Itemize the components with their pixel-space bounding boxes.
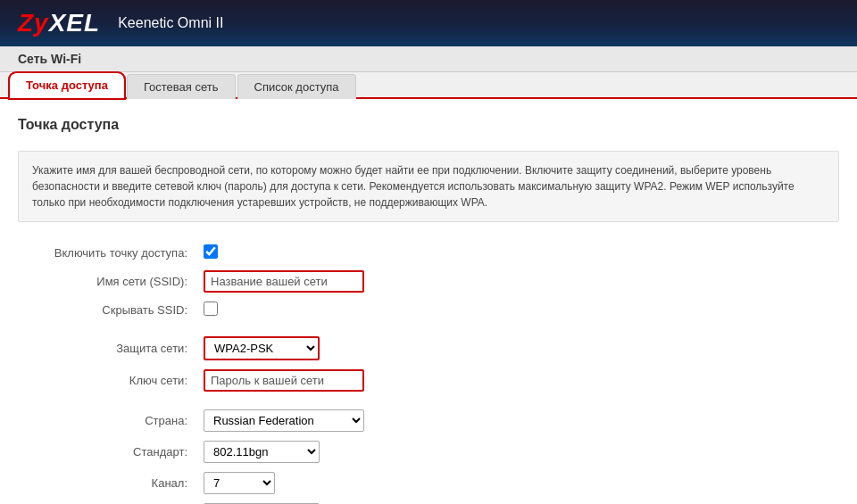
standard-label: Стандарт: <box>18 436 196 467</box>
standard-select[interactable]: 802.11bgn 802.11b 802.11g 802.11n <box>204 441 320 463</box>
tab-guest-network[interactable]: Гостевая сеть <box>127 74 236 99</box>
enable-checkbox[interactable] <box>204 244 218 259</box>
country-row: Страна: Russian Federation United States… <box>18 405 839 436</box>
header: ZyXEL Keenetic Omni II <box>0 0 857 46</box>
ssid-input[interactable] <box>204 270 364 293</box>
key-cell <box>196 365 839 396</box>
country-label: Страна: <box>18 405 196 436</box>
ssid-cell <box>196 266 839 297</box>
key-input[interactable] <box>204 369 364 392</box>
bandwidth-label: Ширина канала: <box>18 499 196 504</box>
hide-ssid-row: Скрывать SSID: <box>18 297 839 323</box>
tab-bar: Точка доступа Гостевая сеть Список досту… <box>0 72 857 99</box>
logo: ZyXEL <box>18 9 100 37</box>
info-text: Укажите имя для вашей беспроводной сети,… <box>32 164 795 209</box>
enable-cell <box>196 240 839 266</box>
channel-row: Канал: 12345 6789 10111213Auto <box>18 467 839 499</box>
security-select[interactable]: WPA2-PSK WPA-PSK WEP Нет <box>204 336 320 360</box>
page-title-bar: Сеть Wi-Fi <box>0 46 857 72</box>
key-row: Ключ сети: <box>18 365 839 396</box>
channel-cell: 12345 6789 10111213Auto <box>196 467 839 499</box>
security-cell: WPA2-PSK WPA-PSK WEP Нет <box>196 332 839 365</box>
tab-access-point[interactable]: Точка доступа <box>9 72 125 99</box>
channel-select[interactable]: 12345 6789 10111213Auto <box>204 472 275 494</box>
country-select[interactable]: Russian Federation United States Germany… <box>204 409 364 432</box>
ssid-label: Имя сети (SSID): <box>18 266 196 297</box>
bandwidth-row: Ширина канала: 20/40 МГц 20 МГц 40 МГц <box>18 499 839 504</box>
hide-ssid-cell <box>196 297 839 323</box>
hide-ssid-checkbox[interactable] <box>204 302 218 316</box>
model-name: Keenetic Omni II <box>118 15 223 31</box>
hide-ssid-label: Скрывать SSID: <box>18 297 196 323</box>
security-row: Защита сети: WPA2-PSK WPA-PSK WEP Нет <box>18 332 839 365</box>
page-title: Сеть Wi-Fi <box>18 52 839 66</box>
standard-cell: 802.11bgn 802.11b 802.11g 802.11n <box>196 436 839 467</box>
enable-label: Включить точку доступа: <box>18 240 196 266</box>
channel-label: Канал: <box>18 467 196 499</box>
settings-form: Включить точку доступа: Имя сети (SSID):… <box>18 240 839 504</box>
enable-row: Включить точку доступа: <box>18 240 839 266</box>
security-label: Защита сети: <box>18 332 196 365</box>
country-cell: Russian Federation United States Germany… <box>196 405 839 436</box>
standard-row: Стандарт: 802.11bgn 802.11b 802.11g 802.… <box>18 436 839 467</box>
key-label: Ключ сети: <box>18 365 196 396</box>
ssid-row: Имя сети (SSID): <box>18 266 839 297</box>
section-title: Точка доступа <box>18 117 839 137</box>
info-box: Укажите имя для вашей беспроводной сети,… <box>18 151 839 222</box>
main-content: Точка доступа Укажите имя для вашей бесп… <box>0 99 857 504</box>
tab-access-list[interactable]: Список доступа <box>237 74 356 99</box>
bandwidth-cell: 20/40 МГц 20 МГц 40 МГц <box>196 499 839 504</box>
